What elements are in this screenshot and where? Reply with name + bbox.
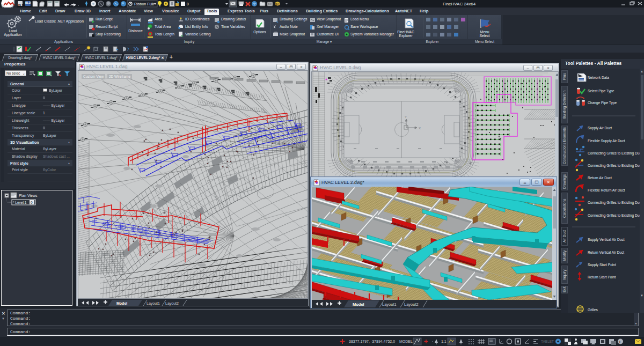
svg-text:Network Data: Network Data [588,76,609,79]
svg-text:X: X [419,127,421,130]
svg-text:Model: Model [353,302,364,307]
svg-text:Plan Views: Plan Views [19,194,38,197]
svg-text:1:1: 1:1 [441,340,447,343]
svg-text:TABLET: TABLET [541,340,554,343]
svg-text:38377.1797, -37894.4752,0: 38377.1797, -37894.4752,0 [349,340,395,343]
svg-text:Ribbon Fullr: Ribbon Fullr [134,2,155,6]
svg-text:Grilles: Grilles [588,308,598,312]
svg-text:Layout1: Layout1 [147,301,160,306]
svg-text:Supply Start Point: Supply Start Point [588,263,616,267]
svg-text:FineHVAC 24x64: FineHVAC 24x64 [443,2,476,6]
svg-text:BLD: BLD [25,1,31,4]
svg-text:Y: Y [405,115,407,119]
svg-text:Connecting Grilles to Existing: Connecting Grilles to Existing Duct [588,201,640,205]
svg-text:Return Start Point: Return Start Point [588,275,616,279]
svg-text:Connecting Grilles to Existing: Connecting Grilles to Existing Duct [588,151,640,156]
svg-text:Connecting Grilles to Existing: Connecting Grilles to Existing Duct ... [588,214,640,218]
svg-text:Layout1: Layout1 [382,302,397,307]
svg-text:i: i [619,340,620,344]
svg-text:Layout2: Layout2 [165,301,179,306]
svg-text:Return Air Duct: Return Air Duct [588,176,612,180]
svg-text:Model: Model [116,301,127,305]
svg-text:Select Pipe Type: Select Pipe Type [588,89,614,93]
svg-text:Flexible Supply Air Duct: Flexible Supply Air Duct [588,139,625,143]
svg-text:0: 0 [31,201,33,204]
svg-text:0: 0 [187,2,189,6]
svg-text:BLD: BLD [18,4,24,7]
svg-text:Supply Vertical Air Duct: Supply Vertical Air Duct [588,238,625,242]
svg-text:Return Vertical Air Duct: Return Vertical Air Duct [588,251,624,254]
svg-text:* Level:1: * Level:1 [13,201,27,204]
svg-text:Layout2: Layout2 [404,302,419,307]
svg-text:MODEL: MODEL [399,340,413,343]
svg-text:Change Pipe Type: Change Pipe Type [588,101,617,105]
svg-text:?: ? [253,2,256,6]
svg-text:Connecting Grilles to Existing: Connecting Grilles to Existing Duct ... [588,164,640,168]
svg-text:Supply Air Duct: Supply Air Duct [588,126,612,130]
svg-text:Flexible Return Air Duct: Flexible Return Air Duct [588,188,625,192]
